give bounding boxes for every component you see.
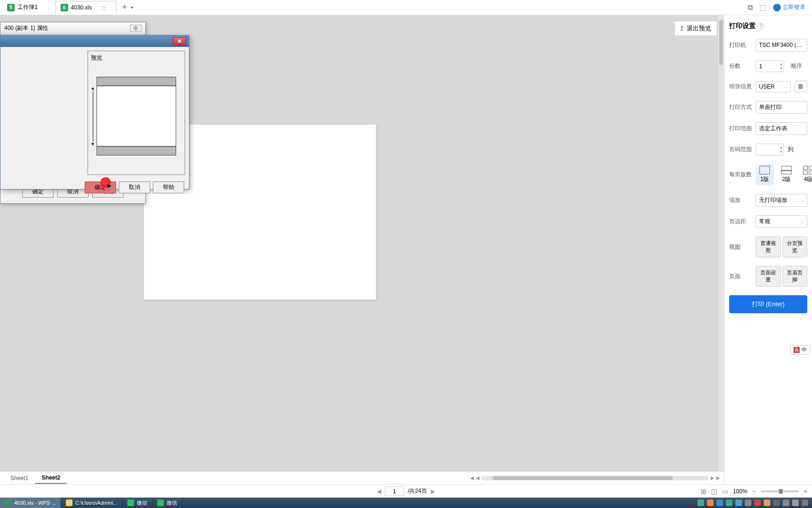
taskbar-wechat-2[interactable]: 微信 (152, 498, 182, 508)
tab-menu-icon[interactable]: ▾ (131, 5, 133, 10)
print-mode-select[interactable]: 单面打印 (756, 101, 807, 114)
page-input[interactable] (385, 486, 404, 496)
zoom-thumb[interactable] (779, 489, 783, 494)
tray-icon[interactable] (773, 499, 780, 506)
scrollbar-thumb[interactable] (493, 476, 673, 480)
zoom-in-icon[interactable]: + (803, 488, 807, 495)
close-icon[interactable]: · (109, 4, 111, 11)
margin-select[interactable]: 常规 ⌵ (756, 215, 807, 228)
dialog1-title-text: 400 (副本 1) 属性 (4, 24, 48, 32)
spinner-up-icon[interactable]: ▲ (779, 145, 783, 150)
spinner-down-icon[interactable]: ▼ (779, 150, 783, 154)
layout-4[interactable]: 4版 (799, 164, 812, 185)
margin-label: 页边距 (729, 218, 752, 226)
tab-label: 工作簿1 (18, 3, 38, 11)
dialog1-close-button[interactable]: ⮾ (130, 25, 142, 32)
tab-workbook1[interactable]: S 工作簿1 · (2, 1, 54, 14)
d2-help-button[interactable]: 帮助 (153, 181, 184, 193)
folder-icon (66, 499, 72, 506)
order-label: 顺序 (791, 62, 802, 70)
close-icon[interactable]: · (47, 4, 49, 11)
tab-indicator-icon: ▢ (101, 5, 106, 10)
label-preview (97, 77, 176, 155)
tab-4030[interactable]: S 4030.xls ▢ · (55, 1, 116, 14)
help-icon[interactable]: ? (758, 23, 764, 29)
scroll-left-icon[interactable]: ◀ (470, 475, 474, 481)
layout-1-label: 1版 (760, 175, 769, 183)
taskbar-explorer[interactable]: C:\Users\Admini... (61, 498, 123, 508)
cursor-icon: ➤ (106, 182, 112, 190)
scroll-right-icon[interactable]: ▶ (711, 475, 714, 481)
box-icon[interactable]: ⬚ (759, 3, 767, 12)
layout-2[interactable]: 2版 (777, 164, 795, 185)
sheet-tab-2[interactable]: Sheet2 (35, 472, 67, 484)
exit-preview-button[interactable]: ⤴ 退出预览 (674, 21, 717, 36)
wechat-icon (127, 499, 134, 506)
wps-icon (5, 499, 11, 506)
paper-info-value: USER (759, 83, 775, 90)
taskbar-wechat-1[interactable]: 微信 (123, 498, 152, 508)
layout-1[interactable]: 1版 (756, 164, 774, 185)
sheet-tab-1[interactable]: Sheet1 (4, 473, 35, 483)
exit-icon: ⤴ (680, 25, 684, 32)
d2-cancel-button[interactable]: 取消 (119, 181, 150, 193)
tray-icon[interactable] (802, 499, 808, 506)
zoom-out-icon[interactable]: − (752, 488, 756, 495)
paper-settings-button[interactable]: 🗎 (794, 81, 807, 92)
tray-icon[interactable] (792, 499, 799, 506)
split-view-icon[interactable]: ◫ (711, 488, 717, 495)
vertical-scrollbar[interactable] (718, 15, 724, 484)
label-preview-dialog: ✕ 预览 确定 取消 帮助 (0, 35, 189, 190)
view-label: 视图 (729, 243, 752, 251)
tray-icon[interactable] (764, 499, 770, 506)
layout-label: 每页版数 (729, 171, 752, 179)
scale-value: 无打印缩放 (759, 196, 787, 204)
total-pages: /共24页 (408, 487, 427, 495)
header-footer-button[interactable]: 页眉页脚 (783, 266, 808, 287)
language-indicator[interactable]: A 中 (790, 345, 810, 355)
printer-select[interactable]: TSC MF3400 (副本 1) (756, 39, 807, 52)
tray-icon[interactable] (707, 499, 714, 506)
prev-page-icon[interactable]: ◀ (377, 488, 381, 495)
new-tab-button[interactable]: + (122, 2, 127, 12)
tray-icon[interactable] (716, 499, 723, 506)
login-button[interactable]: 👤 立即登录 (773, 3, 805, 11)
layout-4-label: 4版 (804, 175, 812, 183)
taskbar-wps[interactable]: 4030.xls - WPS ... (0, 498, 61, 508)
page-label: 页面 (729, 272, 752, 281)
next-page-icon[interactable]: ▶ (431, 488, 435, 495)
tray-icon[interactable] (745, 499, 751, 506)
tray-icon[interactable] (726, 499, 732, 506)
scrollbar-thumb[interactable] (719, 20, 723, 65)
scale-select[interactable]: 无打印缩放 ⌵ (756, 194, 807, 207)
normal-view-button[interactable]: 普通视图 (756, 236, 781, 257)
scroll-right-end-icon[interactable]: ▶ (716, 475, 720, 481)
grid-view-icon[interactable]: ⊞ (701, 488, 706, 495)
page-break-button[interactable]: 分页预览 (783, 236, 808, 257)
printer-label: 打印机 (729, 41, 752, 49)
paper-info-select[interactable]: USER ⌵ (756, 81, 791, 92)
printer-value: TSC MF3400 (副本 1) (759, 41, 804, 49)
layout-2-label: 2版 (782, 175, 791, 183)
scroll-left-end-icon[interactable]: ◀ (476, 475, 480, 481)
print-range-select[interactable]: 选定工作表 (756, 122, 807, 135)
d2-close-button[interactable]: ✕ (173, 37, 186, 45)
zoom-slider[interactable] (761, 490, 799, 492)
print-range-label: 打印范围 (729, 125, 752, 133)
spinner-up-icon[interactable]: ▲ (779, 62, 783, 66)
page-view-icon[interactable]: ▭ (722, 488, 728, 495)
spinner-down-icon[interactable]: ▼ (779, 66, 783, 71)
tray-icon[interactable] (735, 499, 742, 506)
layout-icon[interactable]: ⧉ (748, 3, 753, 12)
tray-icon[interactable] (697, 499, 704, 506)
horizontal-scrollbar[interactable] (482, 476, 709, 481)
tray-icon[interactable] (783, 499, 789, 506)
taskbar: 4030.xls - WPS ... C:\Users\Admini... 微信… (0, 498, 812, 508)
d2-preview-label: 预览 (91, 54, 182, 62)
print-mode-value: 单面打印 (759, 103, 782, 111)
page-setup-button[interactable]: 页面设置 (756, 266, 781, 287)
tray-icon[interactable] (754, 499, 761, 506)
page-range-label: 页码范围 (729, 145, 752, 154)
tab-label: 4030.xls (71, 4, 92, 11)
print-button[interactable]: 打印 (Enter) (729, 295, 807, 313)
